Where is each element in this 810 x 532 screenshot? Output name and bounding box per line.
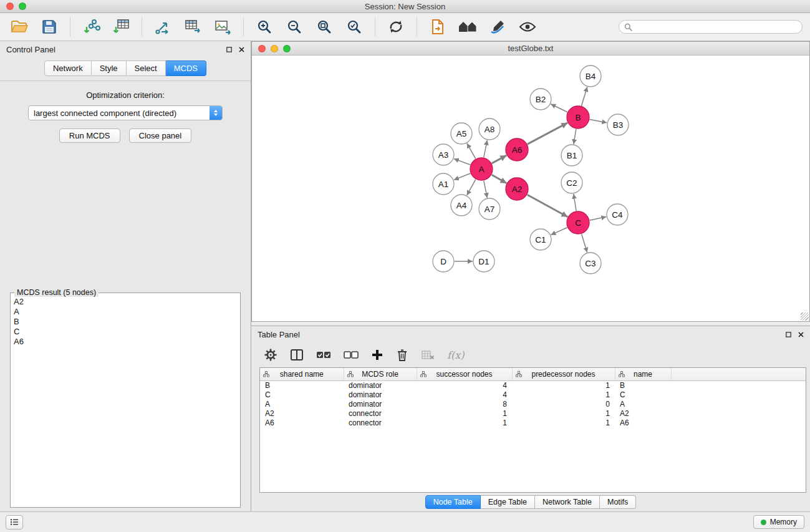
close-panel-button[interactable]: [239, 47, 244, 52]
tab-motifs[interactable]: Motifs: [600, 495, 636, 509]
table-cell[interactable]: 1: [512, 418, 615, 428]
table-cell[interactable]: C: [615, 390, 671, 400]
graph-edge-A-A4[interactable]: [467, 180, 476, 196]
tab-edge-table[interactable]: Edge Table: [481, 495, 535, 509]
table-cell[interactable]: B: [260, 380, 344, 390]
new-network-button[interactable]: [151, 15, 175, 39]
home-views-button[interactable]: [456, 15, 480, 39]
table-cell[interactable]: connector: [344, 418, 417, 428]
mcds-result-item[interactable]: B: [14, 317, 237, 327]
table-cell[interactable]: 0: [512, 400, 615, 409]
table-cell[interactable]: 1: [417, 418, 512, 428]
graph-edge-A-A8[interactable]: [484, 140, 488, 158]
column-header-name[interactable]: name: [615, 368, 671, 380]
graph-edge-B-B4[interactable]: [582, 87, 587, 106]
table-cell[interactable]: B: [615, 380, 671, 390]
table-cell[interactable]: 1: [512, 409, 615, 418]
column-header-mcds-role[interactable]: MCDS role: [344, 368, 417, 380]
run-mcds-button[interactable]: Run MCDS: [59, 128, 120, 143]
graph-edge-A2-C[interactable]: [528, 195, 568, 217]
search-box[interactable]: [619, 20, 803, 34]
task-history-button[interactable]: [6, 515, 23, 530]
close-window-button[interactable]: [6, 2, 14, 10]
table-cell[interactable]: 1: [512, 380, 615, 390]
graph-edge-A6-B[interactable]: [528, 123, 567, 144]
add-column-button[interactable]: [371, 349, 383, 361]
table-row[interactable]: A2connector11A2: [260, 409, 806, 418]
apply-style-button[interactable]: [486, 15, 509, 39]
zoom-in-button[interactable]: [253, 15, 276, 39]
table-row[interactable]: Adominator80A: [260, 400, 806, 409]
tab-select[interactable]: Select: [127, 60, 166, 76]
mcds-result-item[interactable]: A6: [14, 337, 237, 347]
select-all-button[interactable]: [316, 349, 331, 360]
close-panel-action-button[interactable]: Close panel: [129, 128, 192, 143]
export-document-button[interactable]: [426, 15, 450, 39]
table-cell[interactable]: dominator: [344, 400, 417, 409]
table-cell[interactable]: C: [260, 390, 344, 400]
mcds-result-list[interactable]: A2ABCA6: [11, 293, 240, 507]
network-graph[interactable]: B4B2BB3A5A8A6B1A3AC2A1A2A4A7C4CC1C3DD1: [252, 56, 809, 321]
zoom-window-button[interactable]: [19, 2, 26, 10]
zoom-selected-button[interactable]: [342, 15, 366, 39]
zoom-fit-button[interactable]: [312, 15, 336, 39]
memory-button[interactable]: Memory: [753, 515, 804, 529]
delete-table-button[interactable]: [421, 349, 435, 360]
table-cell[interactable]: 1: [417, 409, 512, 418]
tab-network[interactable]: Network: [44, 60, 92, 76]
refresh-layout-button[interactable]: [384, 15, 408, 39]
column-header-shared-name[interactable]: shared name: [260, 368, 344, 380]
table-row[interactable]: Cdominator41C: [260, 390, 806, 400]
clone-network-button[interactable]: [181, 15, 205, 39]
import-network-button[interactable]: [79, 15, 103, 39]
float-panel-button[interactable]: [226, 47, 232, 52]
table-cell[interactable]: 4: [417, 390, 512, 400]
network-close-button[interactable]: [258, 45, 266, 52]
tab-style[interactable]: Style: [92, 60, 127, 76]
graph-edge-B-B2[interactable]: [551, 104, 567, 112]
table-cell[interactable]: 8: [417, 400, 512, 409]
table-cell[interactable]: 4: [417, 380, 512, 390]
deselect-all-button[interactable]: [344, 349, 359, 360]
table-settings-button[interactable]: [264, 348, 277, 362]
graph-edge-A-A1[interactable]: [454, 173, 471, 180]
resize-grip[interactable]: [801, 312, 809, 321]
tab-mcds[interactable]: MCDS: [166, 60, 206, 76]
graph-edge-A-A2[interactable]: [492, 175, 507, 183]
show-hide-button[interactable]: [516, 15, 539, 39]
graph-edge-C-C4[interactable]: [590, 217, 607, 221]
save-session-button[interactable]: [37, 15, 61, 39]
graph-edge-A-A5[interactable]: [467, 143, 476, 159]
table-cell[interactable]: A6: [260, 418, 344, 428]
graph-edge-A-A6[interactable]: [492, 155, 507, 163]
zoom-out-button[interactable]: [282, 15, 306, 39]
search-input[interactable]: [635, 22, 797, 32]
show-columns-button[interactable]: [290, 349, 304, 361]
graph-edge-A-A7[interactable]: [484, 181, 488, 198]
export-image-button[interactable]: [211, 15, 234, 39]
table-row[interactable]: Bdominator41B: [260, 380, 806, 390]
table-row[interactable]: A6connector11A6: [260, 418, 806, 428]
column-header-successor-nodes[interactable]: successor nodes: [417, 368, 512, 380]
graph-edge-A-A3[interactable]: [454, 158, 470, 165]
table-cell[interactable]: dominator: [344, 380, 417, 390]
tab-network-table[interactable]: Network Table: [535, 495, 600, 509]
table-cell[interactable]: A2: [260, 409, 344, 418]
function-builder-button[interactable]: f(x): [447, 349, 464, 361]
float-table-panel-button[interactable]: [786, 332, 791, 337]
tab-node-table[interactable]: Node Table: [425, 495, 481, 509]
table-cell[interactable]: connector: [344, 409, 417, 418]
graph-edge-C-C1[interactable]: [551, 228, 567, 235]
table-cell[interactable]: dominator: [344, 390, 417, 400]
table-cell[interactable]: 1: [512, 390, 615, 400]
network-minimize-button[interactable]: [271, 45, 278, 52]
column-header-predecessor-nodes[interactable]: predecessor nodes: [512, 368, 615, 380]
graph-edge-B-B1[interactable]: [574, 129, 576, 145]
graph-edge-C-C3[interactable]: [582, 234, 587, 253]
network-zoom-button[interactable]: [283, 45, 291, 52]
mcds-result-item[interactable]: A: [14, 307, 237, 317]
graph-edge-B-B3[interactable]: [590, 120, 607, 123]
close-table-panel-button[interactable]: [798, 332, 804, 337]
table-cell[interactable]: A: [615, 400, 671, 409]
mcds-result-item[interactable]: C: [14, 327, 237, 337]
